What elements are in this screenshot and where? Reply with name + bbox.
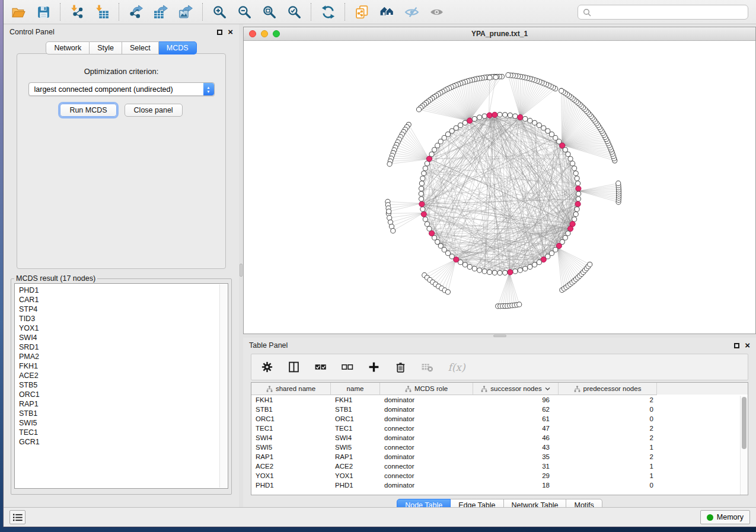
table-cell[interactable]: 61 — [473, 415, 559, 422]
minimize-window-icon[interactable] — [261, 30, 268, 37]
table-cell[interactable]: 0 — [559, 415, 657, 422]
float-panel-icon[interactable] — [734, 343, 739, 348]
network-canvas[interactable] — [244, 41, 755, 334]
table-row[interactable]: RAP1RAP1dominator352 — [251, 452, 748, 462]
save-session-button[interactable] — [31, 2, 56, 22]
network-node[interactable] — [523, 117, 528, 121]
network-node[interactable] — [492, 270, 497, 275]
table-scrollbar[interactable] — [740, 396, 748, 495]
network-node[interactable] — [449, 129, 454, 133]
mcds-result-item[interactable]: RAP1 — [19, 399, 228, 409]
network-node[interactable] — [427, 226, 432, 231]
table-cell[interactable]: TEC1 — [251, 425, 331, 432]
network-node[interactable] — [445, 132, 450, 137]
network-node[interactable] — [546, 129, 550, 133]
network-node[interactable] — [487, 75, 492, 80]
table-cell[interactable]: 0 — [559, 406, 657, 413]
dominator-node[interactable] — [575, 201, 580, 207]
table-cell[interactable]: dominator — [380, 434, 473, 441]
table-cell[interactable]: 47 — [473, 425, 559, 432]
network-node[interactable] — [497, 270, 502, 275]
table-cell[interactable]: 2 — [559, 434, 657, 441]
mcds-result-item[interactable]: CAR1 — [19, 295, 228, 305]
table-cell[interactable]: SWI4 — [251, 434, 331, 441]
column-header-name[interactable]: name — [331, 383, 380, 395]
network-node[interactable] — [528, 264, 532, 269]
table-row[interactable]: SWI4SWI4dominator462 — [251, 433, 748, 443]
network-node[interactable] — [513, 114, 518, 118]
network-node[interactable] — [472, 117, 477, 121]
mcds-result-item[interactable]: STP4 — [19, 305, 228, 314]
network-node[interactable] — [391, 228, 395, 233]
table-cell[interactable]: 29 — [473, 472, 559, 479]
network-node[interactable] — [541, 126, 546, 130]
export-image-button[interactable] — [173, 2, 198, 22]
import-table-button[interactable] — [90, 2, 114, 22]
network-node[interactable] — [462, 120, 467, 125]
network-node[interactable] — [432, 148, 437, 152]
clear-selection-button[interactable] — [340, 360, 354, 374]
network-node[interactable] — [438, 243, 443, 248]
network-node[interactable] — [477, 115, 482, 120]
network-node[interactable] — [503, 270, 508, 275]
mcds-result-item[interactable]: FKH1 — [19, 361, 228, 371]
network-node[interactable] — [425, 161, 429, 166]
network-node[interactable] — [570, 161, 575, 166]
maximize-window-icon[interactable] — [273, 30, 280, 37]
table-cell[interactable]: 2 — [559, 425, 657, 432]
mcds-result-item[interactable]: STB5 — [19, 380, 228, 390]
mcds-result-item[interactable]: SWI4 — [19, 333, 228, 342]
network-node[interactable] — [553, 136, 558, 140]
open-file-button[interactable] — [6, 2, 31, 22]
network-node[interactable] — [573, 211, 578, 216]
network-node[interactable] — [477, 268, 482, 273]
mcds-result-item[interactable]: TID3 — [19, 314, 228, 323]
table-cell[interactable]: ORC1 — [251, 415, 331, 422]
table-cell[interactable]: 46 — [473, 434, 559, 441]
table-cell[interactable]: 62 — [473, 406, 559, 413]
network-node[interactable] — [429, 152, 434, 156]
network-node[interactable] — [425, 222, 429, 226]
network-node[interactable] — [573, 171, 578, 175]
table-cell[interactable]: ACE2 — [331, 463, 380, 470]
network-node[interactable] — [506, 73, 511, 78]
table-cell[interactable]: dominator — [380, 482, 473, 489]
float-panel-icon[interactable] — [217, 30, 222, 35]
table-cell[interactable]: SWI5 — [331, 444, 380, 451]
network-node[interactable] — [549, 132, 554, 137]
network-node[interactable] — [419, 186, 424, 191]
task-history-button[interactable] — [9, 510, 25, 524]
horizontal-splitter[interactable] — [243, 334, 756, 338]
network-node[interactable] — [462, 262, 467, 267]
table-cell[interactable]: YOX1 — [251, 472, 331, 479]
network-node[interactable] — [575, 207, 579, 211]
network-node[interactable] — [438, 139, 443, 144]
network-node[interactable] — [482, 269, 487, 274]
network-node[interactable] — [517, 302, 522, 307]
criterion-dropdown[interactable]: largest connected component (undirected)… — [28, 82, 215, 96]
close-panel-icon[interactable]: × — [745, 342, 750, 348]
table-cell[interactable]: 2 — [559, 453, 657, 460]
network-node[interactable] — [576, 181, 580, 185]
table-row[interactable]: SWI5SWI5connector431 — [251, 443, 748, 452]
network-node[interactable] — [566, 231, 570, 236]
network-node[interactable] — [419, 197, 424, 201]
network-node[interactable] — [503, 113, 508, 117]
table-row[interactable]: FKH1FKH1dominator962 — [251, 395, 748, 405]
dominator-node[interactable] — [492, 112, 497, 117]
splitter-grip[interactable] — [493, 335, 506, 337]
table-cell[interactable]: dominator — [380, 453, 473, 460]
table-cell[interactable]: dominator — [380, 396, 473, 403]
table-row[interactable]: PHD1PHD1dominator180 — [251, 480, 748, 490]
show-all-button[interactable] — [424, 2, 449, 22]
network-node[interactable] — [442, 247, 446, 252]
zoom-selected-button[interactable] — [282, 2, 307, 22]
search-box[interactable] — [578, 5, 748, 20]
network-node[interactable] — [563, 235, 567, 240]
mcds-result-item[interactable]: ORC1 — [19, 390, 228, 399]
table-cell[interactable]: 1 — [559, 472, 657, 479]
network-node[interactable] — [423, 217, 428, 222]
network-node[interactable] — [559, 88, 564, 93]
network-node[interactable] — [572, 217, 577, 222]
table-cell[interactable]: ACE2 — [251, 463, 331, 470]
